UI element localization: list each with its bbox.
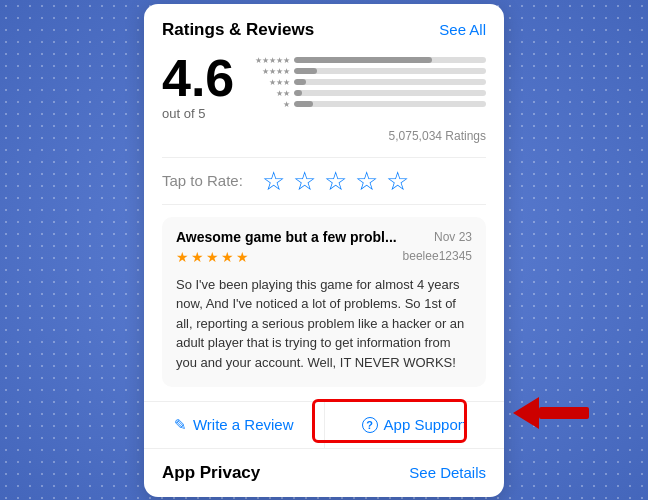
review-text: So I've been playing this game for almos… bbox=[176, 275, 472, 375]
big-rating: 4.6 out of 5 bbox=[162, 52, 242, 121]
bar-row-4: ★★★★ bbox=[260, 67, 486, 76]
see-all-link[interactable]: See All bbox=[439, 21, 486, 38]
review-date: Nov 23 bbox=[434, 230, 472, 244]
review-star-3: ★ bbox=[206, 249, 219, 265]
privacy-title: App Privacy bbox=[162, 463, 260, 483]
review-star-4: ★ bbox=[221, 249, 234, 265]
bar-fill-1 bbox=[294, 101, 313, 107]
red-arrow bbox=[513, 397, 589, 429]
section-title: Ratings & Reviews bbox=[162, 20, 314, 40]
review-star-5: ★ bbox=[236, 249, 249, 265]
tap-to-rate: Tap to Rate: ☆ ☆ ☆ ☆ ☆ bbox=[162, 157, 486, 205]
rate-star-4[interactable]: ☆ bbox=[355, 168, 378, 194]
review-more-link[interactable]: more bbox=[381, 374, 411, 375]
write-review-label: Write a Review bbox=[193, 416, 294, 433]
write-review-icon: ✎ bbox=[174, 416, 187, 434]
bar-row-3: ★★★ bbox=[260, 78, 486, 87]
bar-stars-2: ★★ bbox=[260, 89, 290, 98]
bar-track-1 bbox=[294, 101, 486, 107]
app-support-icon: ? bbox=[362, 417, 378, 433]
bottom-actions: ✎ Write a Review ? App Support bbox=[144, 401, 504, 448]
star-bars: ★★★★★ ★★★★ ★★★ ★★ bbox=[260, 52, 486, 111]
card-content: Ratings & Reviews See All 4.6 out of 5 ★… bbox=[144, 4, 504, 387]
arrow-head-icon bbox=[513, 397, 539, 429]
rate-stars[interactable]: ☆ ☆ ☆ ☆ ☆ bbox=[262, 168, 409, 194]
rate-star-3[interactable]: ☆ bbox=[324, 168, 347, 194]
rating-score: 4.6 bbox=[162, 52, 234, 104]
rate-star-2[interactable]: ☆ bbox=[293, 168, 316, 194]
bar-track-4 bbox=[294, 68, 486, 74]
bar-stars-1: ★ bbox=[260, 100, 290, 109]
review-star-2: ★ bbox=[191, 249, 204, 265]
bar-stars-3: ★★★ bbox=[260, 78, 290, 87]
review-card: Awesome game but a few probl... Nov 23 ★… bbox=[162, 217, 486, 387]
bar-row-2: ★★ bbox=[260, 89, 486, 98]
bar-row-5: ★★★★★ bbox=[260, 56, 486, 65]
main-card: Ratings & Reviews See All 4.6 out of 5 ★… bbox=[144, 4, 504, 497]
rating-out-of: out of 5 bbox=[162, 106, 205, 121]
review-author: beelee12345 bbox=[403, 249, 472, 263]
rating-row: 4.6 out of 5 ★★★★★ ★★★★ ★★★ bbox=[162, 52, 486, 121]
bar-track-5 bbox=[294, 57, 486, 63]
app-privacy-section: App Privacy See Details bbox=[144, 448, 504, 497]
bar-stars-5: ★★★★★ bbox=[260, 56, 290, 65]
app-support-button[interactable]: ? App Support bbox=[325, 402, 505, 448]
rate-star-5[interactable]: ☆ bbox=[386, 168, 409, 194]
review-star-1: ★ bbox=[176, 249, 189, 265]
see-details-link[interactable]: See Details bbox=[409, 464, 486, 481]
bar-fill-2 bbox=[294, 90, 302, 96]
ratings-count: 5,075,034 Ratings bbox=[162, 129, 486, 143]
bar-fill-3 bbox=[294, 79, 306, 85]
bar-track-2 bbox=[294, 90, 486, 96]
arrow-shaft bbox=[539, 407, 589, 419]
bar-fill-4 bbox=[294, 68, 317, 74]
tap-label: Tap to Rate: bbox=[162, 172, 252, 189]
rate-star-1[interactable]: ☆ bbox=[262, 168, 285, 194]
app-support-label: App Support bbox=[384, 416, 467, 433]
review-header: Awesome game but a few probl... Nov 23 bbox=[176, 229, 472, 245]
section-header: Ratings & Reviews See All bbox=[162, 20, 486, 40]
bar-stars-4: ★★★★ bbox=[260, 67, 290, 76]
bar-fill-5 bbox=[294, 57, 432, 63]
bar-track-3 bbox=[294, 79, 486, 85]
write-review-button[interactable]: ✎ Write a Review bbox=[144, 402, 325, 448]
review-stars: ★ ★ ★ ★ ★ bbox=[176, 249, 249, 265]
bar-row-1: ★ bbox=[260, 100, 486, 109]
review-title: Awesome game but a few probl... bbox=[176, 229, 397, 245]
